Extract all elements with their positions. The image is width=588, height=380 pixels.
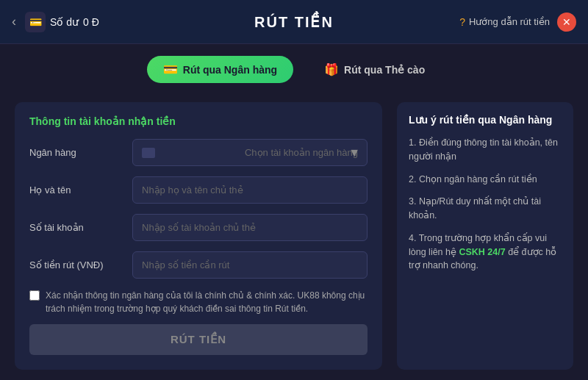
question-icon: ?: [459, 16, 465, 28]
balance-section: 💳 Số dư 0 Đ: [25, 12, 99, 32]
tab-card[interactable]: 🎁 Rút qua Thẻ cào: [308, 56, 441, 83]
amount-row: Số tiền rút (VNĐ): [29, 251, 368, 279]
balance-amount: 0 Đ: [83, 16, 99, 28]
card-tab-icon: 🎁: [324, 62, 339, 76]
bank-icon-small: [142, 148, 155, 158]
bank-placeholder: Chọn tài khoản ngân hàng: [245, 147, 358, 158]
fullname-label: Họ và tên: [29, 184, 125, 196]
account-input[interactable]: [132, 214, 368, 241]
bank-select[interactable]: Chọn tài khoản ngân hàng: [132, 139, 368, 166]
wallet-icon: 💳: [25, 12, 46, 32]
checkbox-row: Xác nhận thông tin ngân hàng của tôi là …: [29, 289, 368, 315]
main-content: Thông tin tài khoản nhận tiền Ngân hàng …: [0, 92, 588, 380]
guide-button[interactable]: ? Hướng dẫn rút tiền: [459, 16, 550, 28]
account-row: Số tài khoản: [29, 214, 368, 241]
note-item-4: 4. Trong trường hợp khẩn cấp vui lòng li…: [409, 232, 562, 273]
amount-input[interactable]: [132, 251, 368, 279]
confirm-label: Xác nhận thông tin ngân hàng của tôi là …: [46, 289, 368, 315]
fullname-input[interactable]: [132, 176, 368, 204]
tab-bank[interactable]: 💳 Rút qua Ngân hàng: [147, 56, 293, 83]
cskh-link[interactable]: CSKH 24/7: [459, 247, 505, 257]
note-item-3: 3. Nạp/Rút duy nhất một chủ tài khoản.: [409, 195, 562, 223]
form-panel: Thông tin tài khoản nhận tiền Ngân hàng …: [15, 102, 382, 370]
submit-button[interactable]: RÚT TIỀN: [29, 324, 368, 355]
notes-list: 1. Điền đúng thông tin tài khoản, tên ng…: [409, 136, 562, 273]
bank-tab-icon: 💳: [163, 62, 178, 76]
account-label: Số tài khoản: [29, 222, 125, 233]
tab-bank-label: Rút qua Ngân hàng: [183, 64, 277, 76]
tab-row: 💳 Rút qua Ngân hàng 🎁 Rút qua Thẻ cào: [0, 44, 588, 92]
tab-card-label: Rút qua Thẻ cào: [344, 64, 425, 76]
header-actions: ? Hướng dẫn rút tiền ✕: [459, 12, 576, 32]
form-section-title: Thông tin tài khoản nhận tiền: [29, 115, 368, 127]
amount-label: Số tiền rút (VNĐ): [29, 259, 125, 270]
fullname-row: Họ và tên: [29, 176, 368, 204]
bank-row: Ngân hàng Chọn tài khoản ngân hàng ▼: [29, 139, 368, 166]
bank-select-wrapper: Chọn tài khoản ngân hàng ▼: [132, 139, 368, 166]
bank-label: Ngân hàng: [29, 147, 125, 158]
balance-label: Số dư: [50, 16, 79, 28]
back-button[interactable]: ‹: [12, 14, 16, 29]
note-item-2: 2. Chọn ngân hàng cần rút tiền: [409, 173, 562, 187]
close-button[interactable]: ✕: [557, 12, 576, 32]
page-title: RÚT TIỀN: [254, 13, 334, 31]
confirm-checkbox[interactable]: [29, 290, 40, 301]
notes-panel: Lưu ý rút tiền qua Ngân hàng 1. Điền đún…: [397, 102, 573, 370]
guide-label: Hướng dẫn rút tiền: [469, 16, 550, 27]
note-item-1: 1. Điền đúng thông tin tài khoản, tên ng…: [409, 136, 562, 164]
notes-title: Lưu ý rút tiền qua Ngân hàng: [409, 114, 562, 126]
header: ‹ 💳 Số dư 0 Đ RÚT TIỀN ? Hướng dẫn rút t…: [0, 0, 588, 44]
